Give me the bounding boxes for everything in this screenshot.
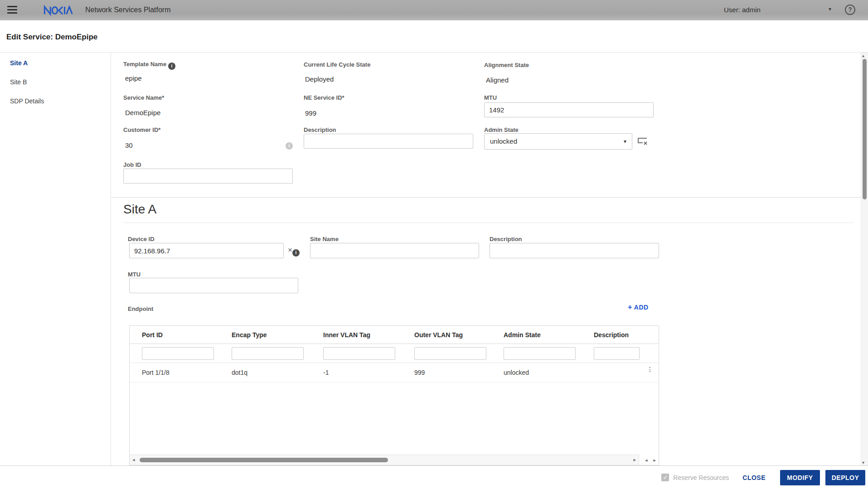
customer-id-value: 30	[125, 141, 133, 149]
alignment-label: Alignment State	[484, 62, 529, 68]
description-label: Description	[304, 126, 336, 133]
admin-state-caret-icon: ▾	[624, 134, 626, 149]
vscroll-thumb[interactable]	[863, 59, 867, 199]
device-id-clear-icon[interactable]: ×	[288, 246, 292, 254]
cell-inner-vlan: -1	[323, 369, 414, 376]
job-id-label: Job ID	[123, 161, 141, 168]
col-header-admin-state: Admin State	[504, 331, 594, 339]
device-id-input[interactable]	[129, 243, 284, 258]
cell-encap-type: dot1q	[232, 369, 323, 376]
site-description-input[interactable]	[490, 243, 659, 258]
cell-port-id: Port 1/1/8	[142, 369, 232, 376]
sidebar: Site A Site B SDP Details	[0, 53, 111, 465]
vscroll-down-arrow-icon[interactable]: ▾	[862, 460, 864, 465]
mtu-input[interactable]	[484, 102, 654, 117]
modify-button[interactable]: MODIFY	[780, 470, 820, 485]
job-id-input[interactable]	[123, 169, 293, 184]
hscroll-thumb[interactable]	[140, 458, 388, 462]
pager-next-icon[interactable]: ▸	[653, 457, 656, 463]
section-divider	[111, 197, 861, 198]
mtu-label: MTU	[484, 94, 497, 101]
lifecycle-value: Deployed	[305, 75, 334, 83]
hamburger-menu-icon[interactable]	[7, 6, 17, 14]
user-menu-caret-icon[interactable]: ▾	[829, 6, 831, 12]
endpoint-table: Port ID Encap Type Inner VLAN Tag Outer …	[129, 325, 659, 465]
site-section-title: Site A	[123, 202, 156, 217]
sidebar-item-site-a[interactable]: Site A	[10, 59, 28, 67]
close-button[interactable]: CLOSE	[742, 474, 766, 481]
vscroll-up-arrow-icon[interactable]: ▴	[862, 53, 864, 58]
page-vertical-scrollbar[interactable]: ▴ ▾	[861, 53, 868, 465]
filter-input-description[interactable]	[594, 347, 640, 360]
cell-outer-vlan: 999	[414, 369, 504, 376]
admin-state-selected-value: unlocked	[490, 137, 517, 145]
device-id-label: Device ID	[128, 236, 155, 242]
site-mtu-label: MTU	[128, 271, 141, 278]
admin-state-label: Admin State	[484, 126, 519, 133]
action-bar: ✓ Reserve Resources CLOSE MODIFY DEPLOY	[0, 465, 868, 489]
template-name-value: epipe	[125, 74, 142, 82]
template-name-label: Template Name i	[123, 61, 175, 70]
endpoint-filter-row	[130, 344, 659, 363]
body: Site A Site B SDP Details Template Name …	[0, 53, 868, 465]
filter-input-outer-vlan[interactable]	[414, 347, 486, 360]
endpoint-label: Endpoint	[128, 305, 153, 312]
hscroll-right-arrow-icon[interactable]: ▸	[633, 457, 636, 463]
service-name-value: DemoEpipe	[125, 109, 160, 116]
site-description-label: Description	[490, 236, 522, 242]
site-mtu-input[interactable]	[129, 278, 298, 293]
ne-service-id-label: NE Service ID*	[304, 94, 344, 101]
reserve-resources-checkbox[interactable]: ✓	[661, 474, 669, 481]
col-header-outer-vlan: Outer VLAN Tag	[414, 331, 504, 339]
top-bar: Network Services Platform User: admin ▾ …	[0, 0, 868, 20]
col-header-port-id: Port ID	[142, 331, 232, 339]
endpoint-table-row[interactable]: Port 1/1/8 dot1q -1 999 unlocked ⋮	[130, 363, 659, 382]
user-menu-label[interactable]: User: admin	[724, 6, 761, 14]
page-title: Edit Service: DemoEpipe	[6, 33, 97, 42]
site-name-input[interactable]	[310, 243, 479, 258]
filter-input-admin-state[interactable]	[504, 347, 576, 360]
description-input[interactable]	[304, 134, 473, 149]
pager-prev-icon[interactable]: ◂	[645, 457, 648, 463]
row-actions-kebab-icon[interactable]: ⋮	[646, 368, 654, 371]
help-icon[interactable]: ?	[845, 5, 855, 15]
site-heading-rule	[123, 223, 853, 223]
lifecycle-label: Current Life Cycle State	[304, 61, 370, 68]
filter-input-inner-vlan[interactable]	[323, 347, 395, 360]
filter-input-port-id[interactable]	[142, 347, 214, 360]
clear-admin-state-icon[interactable]	[637, 137, 648, 146]
device-id-info-icon[interactable]: i	[292, 249, 300, 257]
customer-id-label: Customer ID*	[123, 126, 160, 133]
col-header-encap-type: Encap Type	[232, 331, 323, 339]
deploy-button[interactable]: DEPLOY	[825, 470, 865, 485]
page-title-bar: Edit Service: DemoEpipe	[0, 20, 868, 53]
add-endpoint-button[interactable]: +ADD	[628, 303, 649, 311]
customer-id-info-icon[interactable]: i	[286, 142, 293, 150]
nokia-logo	[44, 4, 73, 16]
service-name-label: Service Name*	[123, 94, 164, 101]
table-horizontal-scrollbar[interactable]: ◂ ▸	[130, 455, 639, 465]
app-title: Network Services Platform	[85, 6, 171, 14]
col-header-description: Description	[594, 331, 659, 339]
plus-icon: +	[628, 303, 632, 311]
cell-admin-state: unlocked	[504, 369, 594, 376]
endpoint-table-header: Port ID Encap Type Inner VLAN Tag Outer …	[130, 326, 659, 344]
template-name-info-icon[interactable]: i	[168, 63, 175, 70]
alignment-value: Aligned	[486, 76, 509, 84]
col-header-inner-vlan: Inner VLAN Tag	[323, 331, 414, 339]
admin-state-select[interactable]: unlocked ▾	[484, 133, 632, 150]
filter-input-encap-type[interactable]	[232, 347, 304, 360]
table-pager: ◂ ▸	[640, 457, 656, 463]
ne-service-id-value: 999	[305, 109, 316, 117]
hscroll-left-arrow-icon[interactable]: ◂	[132, 457, 135, 463]
sidebar-item-sdp-details[interactable]: SDP Details	[10, 97, 44, 105]
reserve-resources-label: Reserve Resources	[673, 474, 729, 481]
main-content: Template Name i Current Life Cycle State…	[111, 53, 861, 465]
sidebar-item-site-b[interactable]: Site B	[10, 78, 27, 86]
site-name-label: Site Name	[310, 236, 339, 242]
